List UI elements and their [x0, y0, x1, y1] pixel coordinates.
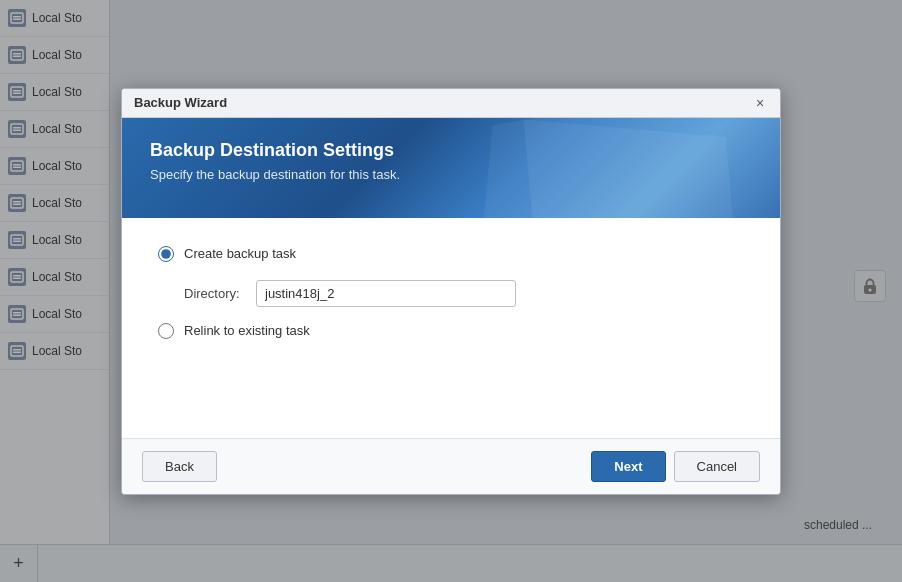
create-backup-label[interactable]: Create backup task: [184, 246, 296, 261]
footer-right-buttons: Next Cancel: [591, 451, 760, 482]
create-backup-option[interactable]: Create backup task: [158, 246, 744, 262]
directory-input[interactable]: [256, 280, 516, 307]
back-button[interactable]: Back: [142, 451, 217, 482]
dialog-title: Backup Wizard: [134, 95, 227, 110]
relink-label[interactable]: Relink to existing task: [184, 323, 310, 338]
close-button[interactable]: ×: [752, 95, 768, 111]
banner-title: Backup Destination Settings: [150, 140, 752, 161]
directory-row: Directory:: [184, 280, 744, 307]
dialog-footer: Back Next Cancel: [122, 438, 780, 494]
banner-subtitle: Specify the backup destination for this …: [150, 167, 752, 182]
radio-group: Create backup task Directory: Relink to …: [158, 246, 744, 339]
dialog-body: Create backup task Directory: Relink to …: [122, 218, 780, 438]
cancel-button[interactable]: Cancel: [674, 451, 760, 482]
backup-wizard-dialog: Backup Wizard × Backup Destination Setti…: [121, 88, 781, 495]
dialog-overlay: Backup Wizard × Backup Destination Setti…: [0, 0, 902, 582]
dialog-titlebar: Backup Wizard ×: [122, 89, 780, 118]
create-backup-radio[interactable]: [158, 246, 174, 262]
relink-option[interactable]: Relink to existing task: [158, 323, 744, 339]
directory-label: Directory:: [184, 286, 244, 301]
dialog-banner: Backup Destination Settings Specify the …: [122, 118, 780, 218]
relink-radio[interactable]: [158, 323, 174, 339]
next-button[interactable]: Next: [591, 451, 665, 482]
